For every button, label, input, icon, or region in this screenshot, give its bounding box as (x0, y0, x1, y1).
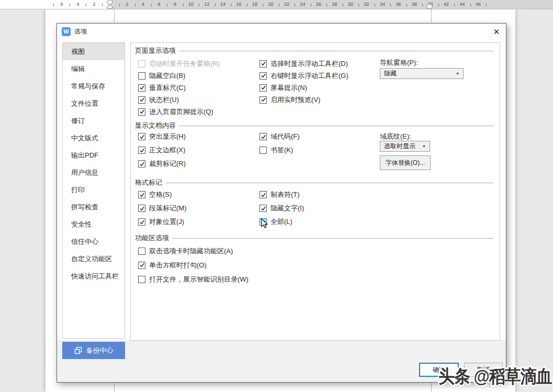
sidebar: 视图编辑常规与保存文件位置修订中文版式输出PDF用户信息打印拼写检查安全性信任中… (62, 42, 125, 339)
checkbox-box[interactable] (138, 276, 145, 283)
checkbox-row[interactable]: 突出显示(H) (138, 130, 186, 143)
close-icon[interactable]: ✕ (490, 26, 503, 38)
sidebar-item[interactable]: 中文版式 (63, 129, 125, 147)
checkbox-box[interactable] (259, 96, 267, 104)
checkbox-box[interactable] (138, 205, 145, 212)
sidebar-item[interactable]: 安全性 (63, 216, 125, 233)
checkbox-row[interactable]: 状态栏(U) (138, 94, 220, 106)
section-divider (179, 51, 493, 51)
field-shading-select[interactable]: 选取时显示 ▼ (380, 141, 430, 152)
section-title-text: 显示文档内容 (135, 121, 176, 130)
checkbox-label: 突出显示(H) (149, 132, 186, 141)
dialog-titlebar[interactable]: W 选项 (57, 24, 506, 39)
section-divider (172, 238, 493, 239)
checkbox-box[interactable] (259, 191, 267, 198)
checkbox-box[interactable] (259, 84, 267, 92)
ribbon-options-col1: 双击选项卡时隐藏功能区(A)单击方框时打勾(O)打开文件，展示智能识别目录(W) (138, 244, 249, 286)
backup-center-button[interactable]: 备份中心 (62, 342, 125, 359)
sidebar-item[interactable]: 修订 (63, 112, 125, 129)
checkbox-box[interactable] (138, 147, 145, 154)
sidebar-item[interactable]: 用户信息 (63, 164, 125, 181)
checkbox-row[interactable]: 启动时展开任务窗格(R) (138, 58, 220, 70)
section-title-text: 功能区选项 (135, 233, 169, 243)
checkbox-label: 段落标记(M) (149, 204, 187, 213)
checkbox-row[interactable]: 隐藏空白(B) (138, 70, 220, 82)
sidebar-item[interactable]: 快速访问工具栏 (63, 267, 125, 285)
checkbox-row[interactable]: 段落标记(M) (138, 201, 187, 215)
checkbox-box[interactable] (138, 160, 145, 167)
checkbox-row[interactable]: 隐藏文字(I) (259, 201, 304, 215)
section-title-format-marks: 格式标记 (135, 178, 493, 187)
section-title-text: 格式标记 (135, 178, 162, 187)
checkbox-box[interactable] (259, 205, 267, 212)
checkbox-row[interactable]: 打开文件，展示智能识别目录(W) (138, 272, 249, 286)
nav-pane-label: 导航窗格(P): (380, 58, 418, 68)
checkbox-label: 隐藏文字(I) (270, 204, 304, 213)
page-display-col1: 启动时展开任务窗格(R)隐藏空白(B)垂直标尺(C)状态栏(U)进入页眉页脚提示… (138, 58, 220, 118)
checkbox-box[interactable] (138, 96, 145, 104)
checkbox-row[interactable]: 裁剪标记(R) (138, 157, 186, 171)
checkbox-row[interactable]: 进入页眉页脚提示(Q) (138, 106, 220, 118)
checkbox-label: 进入页眉页脚提示(Q) (149, 107, 213, 117)
checkbox-box[interactable] (138, 108, 145, 116)
checkbox-box[interactable] (259, 72, 267, 80)
checkbox-row[interactable]: 双击选项卡时隐藏功能区(A) (138, 244, 249, 258)
checkbox-box[interactable] (138, 248, 145, 255)
chevron-down-icon: ▼ (456, 72, 459, 75)
nav-pane-value: 隐藏 (384, 69, 397, 78)
checkbox-box[interactable] (138, 72, 145, 80)
checkbox-row[interactable]: 选择时显示浮动工具栏(D) (259, 58, 348, 70)
section-divider (179, 126, 493, 126)
checkbox-label: 右键时显示浮动工具栏(G) (270, 71, 348, 81)
nav-pane-select[interactable]: 隐藏 ▼ (380, 68, 464, 79)
checkbox-box[interactable] (259, 60, 267, 68)
backup-icon (74, 346, 82, 354)
checkbox-box[interactable] (259, 133, 267, 140)
checkbox-box[interactable] (138, 60, 145, 68)
checkbox-row[interactable]: 书签(K) (259, 143, 300, 157)
checkbox-row[interactable]: 屏幕提示(N) (259, 82, 348, 94)
font-substitution-button[interactable]: 字体替换(O)... (380, 155, 431, 170)
checkbox-box[interactable] (138, 133, 145, 140)
checkbox-row[interactable]: 空格(S) (138, 188, 187, 201)
section-title-ribbon-options: 功能区选项 (135, 233, 493, 243)
checkbox-label: 启用实时预览(V) (270, 95, 320, 105)
ruler[interactable]: 6422468101214161820222426283032343638404… (0, 0, 553, 9)
field-shading-label: 域底纹(E): (380, 132, 411, 141)
doc-content-col1: 突出显示(H)正文边框(X)裁剪标记(R) (138, 130, 186, 171)
checkbox-box[interactable] (138, 218, 145, 226)
checkbox-row[interactable]: 启用实时预览(V) (259, 94, 348, 106)
checkbox-box[interactable] (259, 147, 267, 154)
options-content-panel: 页面显示选项 显示文档内容 格式标记 功能区选项 启动时展开任务窗格(R)隐藏空… (130, 42, 500, 341)
page-display-col2: 选择时显示浮动工具栏(D)右键时显示浮动工具栏(G)屏幕提示(N)启用实时预览(… (259, 58, 348, 106)
checkbox-row[interactable]: 正文边框(X) (138, 143, 186, 157)
checkbox-row[interactable]: 对象位置(J) (138, 215, 187, 229)
sidebar-item[interactable]: 拼写检查 (63, 198, 125, 216)
checkbox-row[interactable]: 域代码(F) (259, 130, 300, 143)
checkbox-row[interactable]: 制表符(T) (259, 188, 304, 201)
chevron-down-icon: ▼ (422, 144, 426, 148)
checkbox-row[interactable]: 右键时显示浮动工具栏(G) (259, 70, 348, 82)
sidebar-item[interactable]: 打印 (63, 181, 125, 198)
dialog-title: 选项 (74, 27, 87, 36)
checkbox-row[interactable]: 垂直标尺(C) (138, 82, 220, 94)
sidebar-item[interactable]: 编辑 (63, 60, 125, 77)
checkbox-box[interactable] (138, 191, 145, 198)
checkbox-label: 选择时显示浮动工具栏(D) (270, 59, 348, 69)
sidebar-item[interactable]: 常规与保存 (63, 77, 125, 95)
indent-marker-right-icon[interactable] (426, 4, 433, 9)
sidebar-item[interactable]: 视图 (63, 43, 125, 60)
checkbox-label: 裁剪标记(R) (149, 159, 186, 169)
indent-marker-left-icon[interactable] (106, 1, 114, 9)
sidebar-item[interactable]: 自定义功能区 (63, 250, 125, 267)
checkbox-label: 全部(L) (270, 217, 292, 227)
checkbox-box[interactable] (138, 84, 145, 92)
sidebar-item[interactable]: 输出PDF (63, 147, 125, 164)
sidebar-item[interactable]: 信任中心 (63, 233, 125, 250)
section-title-page-display: 页面显示选项 (135, 46, 493, 55)
doc-content-col2: 域代码(F)书签(K) (259, 130, 300, 157)
sidebar-item[interactable]: 文件位置 (63, 95, 125, 112)
checkbox-box[interactable] (138, 262, 145, 269)
watermark: 头条 @稻草滴血 (438, 364, 552, 389)
checkbox-row[interactable]: 单击方框时打勾(O) (138, 258, 249, 272)
